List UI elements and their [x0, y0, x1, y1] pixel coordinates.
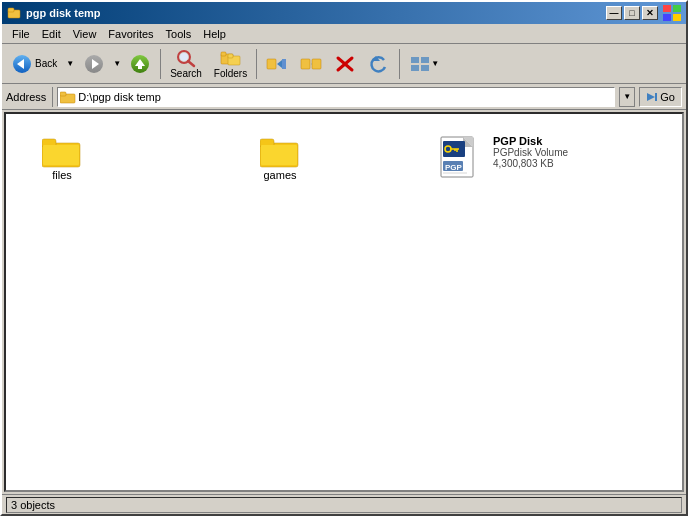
svg-rect-1	[8, 8, 14, 12]
address-input-wrapper[interactable]: D:\pgp disk temp	[57, 87, 615, 107]
address-dropdown[interactable]: ▼	[619, 87, 635, 107]
title-bar-buttons: — □ ✕	[606, 6, 658, 20]
status-panel: 3 objects	[6, 497, 682, 513]
menu-view[interactable]: View	[67, 26, 103, 42]
svg-marker-21	[277, 60, 282, 68]
go-arrow-icon	[646, 91, 658, 103]
toolbar-sep-3	[399, 49, 400, 79]
folder-games-icon	[260, 135, 300, 169]
folder-files-icon	[42, 135, 82, 169]
svg-rect-17	[221, 52, 226, 56]
svg-line-14	[188, 61, 194, 66]
svg-rect-12	[138, 65, 142, 69]
copy-button[interactable]	[295, 47, 327, 81]
svg-rect-23	[301, 59, 310, 69]
content-area: files games	[4, 112, 684, 492]
svg-point-15	[180, 53, 188, 61]
back-button[interactable]: Back	[6, 47, 62, 81]
address-bar: Address D:\pgp disk temp ▼ Go	[2, 84, 686, 110]
forward-button[interactable]	[78, 47, 110, 81]
svg-marker-35	[647, 93, 655, 101]
svg-rect-29	[411, 57, 419, 63]
pgp-disk-icon: PGP	[437, 135, 485, 183]
copy-icon	[300, 55, 322, 73]
window-title: pgp disk temp	[26, 7, 101, 19]
folder-files-label: files	[52, 169, 72, 181]
status-bar: 3 objects	[2, 494, 686, 514]
pgp-disk-item[interactable]: PGP PGP Disk PGPdisk Volume 4,300,803 KB	[428, 130, 628, 188]
svg-rect-20	[267, 59, 276, 69]
toolbar-sep-1	[160, 49, 161, 79]
svg-rect-31	[411, 65, 419, 71]
svg-rect-34	[60, 92, 66, 96]
delete-icon	[334, 55, 356, 73]
forward-icon	[83, 55, 105, 73]
svg-rect-36	[655, 93, 657, 101]
minimize-button[interactable]: —	[606, 6, 622, 20]
close-button[interactable]: ✕	[642, 6, 658, 20]
back-label: Back	[35, 58, 57, 69]
undo-button[interactable]	[363, 47, 395, 81]
menu-favorites[interactable]: Favorites	[102, 26, 159, 42]
menu-file[interactable]: File	[6, 26, 36, 42]
up-icon	[129, 55, 151, 73]
title-bar: pgp disk temp — □ ✕	[2, 2, 686, 24]
pgp-disk-size: 4,300,803 KB	[493, 158, 568, 169]
forward-dropdown[interactable]: ▼	[112, 47, 122, 81]
folder-games-label: games	[263, 169, 296, 181]
folders-button[interactable]: Folders	[209, 47, 252, 81]
pgp-disk-info: PGP Disk PGPdisk Volume 4,300,803 KB	[493, 135, 568, 169]
delete-button[interactable]	[329, 47, 361, 81]
menu-edit[interactable]: Edit	[36, 26, 67, 42]
svg-rect-39	[43, 145, 79, 165]
svg-rect-42	[261, 145, 297, 165]
svg-rect-32	[421, 65, 429, 71]
go-button[interactable]: Go	[639, 87, 682, 107]
svg-rect-30	[421, 57, 429, 63]
svg-rect-25	[312, 59, 321, 69]
address-folder-icon	[60, 89, 76, 105]
folders-label: Folders	[214, 68, 247, 79]
search-label: Search	[170, 68, 202, 79]
svg-rect-5	[673, 14, 681, 21]
toolbar: Back ▼ ▼	[2, 44, 686, 84]
address-label: Address	[6, 87, 53, 107]
menu-tools[interactable]: Tools	[160, 26, 198, 42]
svg-rect-4	[663, 14, 671, 21]
svg-rect-19	[228, 54, 233, 58]
maximize-button[interactable]: □	[624, 6, 640, 20]
address-path: D:\pgp disk temp	[78, 91, 612, 103]
pgp-disk-type: PGPdisk Volume	[493, 147, 568, 158]
folder-games[interactable]: games	[240, 130, 320, 188]
menu-help[interactable]: Help	[197, 26, 232, 42]
pgp-disk-name: PGP Disk	[493, 135, 568, 147]
folders-icon	[220, 49, 242, 67]
move-button[interactable]	[261, 47, 293, 81]
views-icon	[409, 55, 431, 73]
main-window: pgp disk temp — □ ✕ File Edit View Favor…	[0, 0, 688, 516]
windows-logo	[662, 4, 682, 22]
folder-files[interactable]: files	[22, 130, 102, 188]
svg-text:PGP: PGP	[445, 163, 463, 172]
back-icon	[11, 55, 33, 73]
window-icon	[6, 5, 22, 21]
go-label: Go	[660, 91, 675, 103]
menu-bar: File Edit View Favorites Tools Help	[2, 24, 686, 44]
views-button[interactable]: ▼	[404, 47, 444, 81]
undo-icon	[368, 55, 390, 73]
svg-rect-2	[663, 5, 671, 12]
up-button[interactable]	[124, 47, 156, 81]
views-dropdown-arrow: ▼	[431, 59, 439, 68]
search-button[interactable]: Search	[165, 47, 207, 81]
svg-rect-3	[673, 5, 681, 12]
status-text: 3 objects	[11, 499, 55, 511]
search-icon	[175, 49, 197, 67]
toolbar-sep-2	[256, 49, 257, 79]
back-dropdown[interactable]: ▼	[64, 47, 76, 81]
title-bar-left: pgp disk temp	[6, 5, 101, 21]
move-icon	[266, 55, 288, 73]
svg-rect-22	[282, 59, 286, 69]
